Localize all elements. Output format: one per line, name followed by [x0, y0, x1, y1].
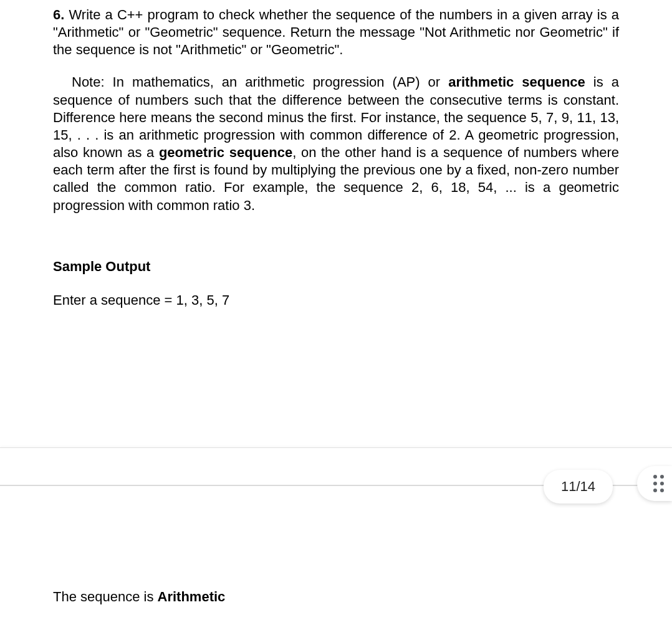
- result-prefix: The sequence is: [53, 589, 158, 604]
- note-bold-arithmetic: arithmetic sequence: [448, 74, 585, 90]
- note-prefix: Note: In mathematics, an arithmetic prog…: [72, 74, 448, 90]
- more-options-button[interactable]: [637, 466, 672, 501]
- note-paragraph: Note: In mathematics, an arithmetic prog…: [53, 74, 619, 214]
- result-value: Arithmetic: [158, 589, 226, 604]
- note-bold-geometric: geometric sequence: [159, 145, 292, 160]
- document-page: 6. Write a C++ program to check whether …: [0, 0, 672, 309]
- sample-output-heading: Sample Output: [53, 258, 619, 275]
- question-paragraph: 6. Write a C++ program to check whether …: [53, 6, 619, 59]
- more-options-icon: [653, 475, 664, 492]
- sample-output-result: The sequence is Arithmetic: [53, 589, 225, 605]
- question-number: 6.: [53, 7, 64, 22]
- page-indicator[interactable]: 11/14: [544, 470, 613, 503]
- sample-input-line: Enter a sequence = 1, 3, 5, 7: [53, 292, 619, 309]
- question-text: Write a C++ program to check whether the…: [53, 7, 619, 57]
